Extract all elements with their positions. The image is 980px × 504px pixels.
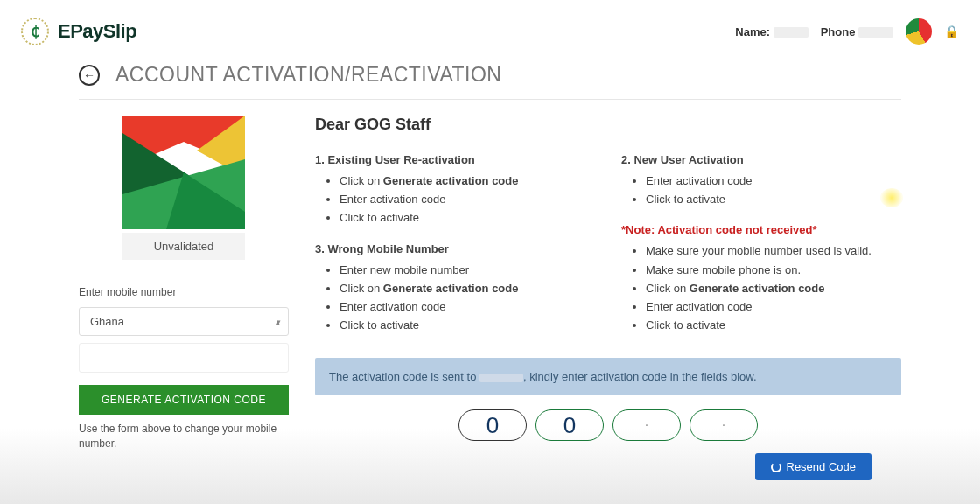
code-cell-1[interactable]: 0 — [458, 410, 527, 441]
list-item: Enter activation code — [340, 192, 595, 207]
mobile-label: Enter mobile number — [79, 286, 289, 298]
list-item: Click on Generate activation code — [340, 281, 595, 297]
list-item: Enter activation code — [340, 299, 595, 315]
list-item: Click on Generate activation code — [646, 281, 901, 297]
ghana-flag-pie-icon — [906, 18, 932, 45]
brand: ₵ EPaySlip — [21, 18, 136, 46]
list-item: Make sure mobile phone is on. — [646, 262, 901, 278]
generate-activation-code-button[interactable]: GENERATE ACTIVATION CODE — [79, 385, 289, 415]
section1-title: 1. Existing User Re-activation — [315, 153, 595, 166]
helper-text: Use the form above to change your mobile… — [79, 422, 289, 452]
list-item: Enter new mobile number — [340, 262, 595, 278]
list-item: Click on Generate activation code — [340, 173, 595, 189]
name-value-redacted — [774, 27, 808, 38]
back-icon[interactable]: ← — [79, 65, 100, 86]
brand-logo-icon: ₵ — [21, 18, 49, 46]
list-item: Enter activation code — [646, 173, 901, 189]
list-item: Click to activate — [340, 210, 595, 226]
list-item: Click to activate — [340, 318, 595, 333]
header-user-info: Name: Phone 🔒 — [735, 18, 959, 45]
sent-to-redacted — [480, 374, 523, 382]
validation-status: Unvalidated — [122, 233, 245, 260]
greeting-heading: Dear GOG Staff — [315, 116, 901, 134]
select-updown-icon: ▴▾ — [276, 318, 277, 326]
list-item highlight-cursor: Click to activate — [646, 192, 901, 207]
phone-value-redacted — [858, 27, 893, 38]
section3-title: 3. Wrong Mobile Number — [315, 242, 595, 256]
page-title: ACCOUNT ACTIVATION/REACTIVATION — [116, 63, 501, 87]
lock-icon[interactable]: 🔒 — [944, 24, 959, 38]
activation-code-inputs: 0 0 · · — [315, 410, 901, 441]
resend-label: Resend Code — [787, 460, 857, 473]
refresh-icon — [771, 462, 781, 472]
country-select[interactable]: Ghana ▴▾ — [79, 307, 289, 336]
status-graphic — [122, 116, 245, 229]
list-item: Make sure your mobile number used is val… — [646, 243, 901, 259]
country-selected-value: Ghana — [90, 315, 124, 328]
code-cell-3[interactable]: · — [612, 410, 681, 441]
name-label: Name: — [735, 25, 770, 38]
list-item: Click to activate — [646, 318, 901, 333]
brand-name: EPaySlip — [58, 20, 136, 43]
code-cell-2[interactable]: 0 — [536, 410, 604, 441]
activation-info-banner: The activation code is sent to , kindly … — [315, 358, 901, 396]
section2-title: 2. New User Activation — [621, 153, 901, 166]
resend-code-button[interactable]: Resend Code — [755, 453, 872, 480]
code-cell-4[interactable]: · — [690, 410, 758, 441]
mobile-number-input[interactable] — [79, 343, 289, 373]
list-item: Enter activation code — [646, 299, 901, 315]
note-title: *Note: Activation code not received* — [621, 223, 901, 236]
phone-label: Phone — [821, 25, 856, 38]
